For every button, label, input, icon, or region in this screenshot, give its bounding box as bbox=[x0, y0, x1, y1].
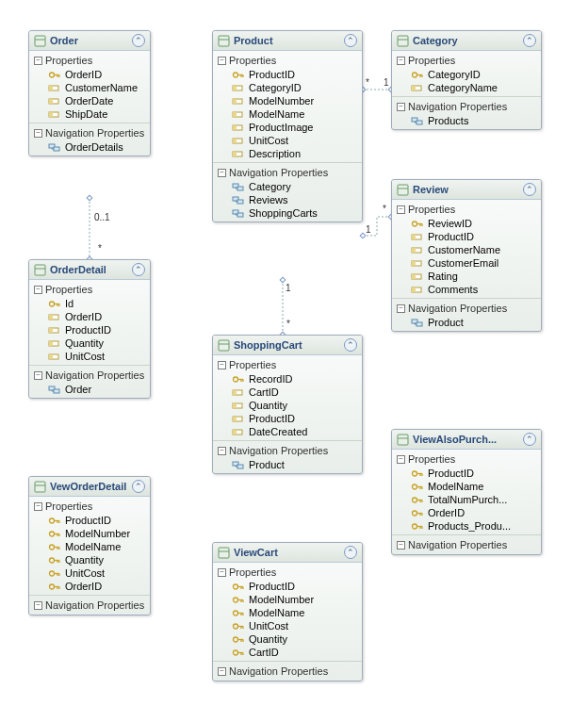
toggle-icon[interactable]: − bbox=[397, 541, 405, 550]
toggle-icon[interactable]: − bbox=[34, 371, 42, 380]
collapse-icon[interactable]: ⌃ bbox=[132, 480, 145, 493]
collapse-icon[interactable]: ⌃ bbox=[132, 263, 145, 276]
key-icon bbox=[232, 647, 245, 658]
toggle-icon[interactable]: − bbox=[218, 447, 226, 455]
toggle-icon[interactable]: − bbox=[397, 205, 405, 214]
nav-row[interactable]: Reviews bbox=[213, 193, 362, 206]
entity-order[interactable]: Order⌃−PropertiesOrderIDCustomerNameOrde… bbox=[28, 30, 151, 156]
property-row[interactable]: CartID bbox=[213, 386, 362, 399]
property-row[interactable]: Id bbox=[29, 297, 150, 310]
svg-rect-91 bbox=[219, 340, 229, 351]
toggle-icon[interactable]: − bbox=[34, 57, 42, 65]
entity-review[interactable]: Review⌃−PropertiesReviewIDProductIDCusto… bbox=[391, 179, 542, 332]
property-row[interactable]: Quantity bbox=[213, 399, 362, 412]
property-row[interactable]: CategoryID bbox=[213, 81, 362, 94]
property-row[interactable]: ProductID bbox=[213, 580, 362, 593]
property-name: ProductID bbox=[249, 581, 295, 592]
collapse-icon[interactable]: ⌃ bbox=[132, 34, 145, 47]
entity-viewcart[interactable]: ViewCart⌃−PropertiesProductIDModelNumber… bbox=[212, 542, 363, 681]
collapse-icon[interactable]: ⌃ bbox=[344, 338, 357, 352]
toggle-icon[interactable]: − bbox=[34, 601, 42, 610]
property-row[interactable]: ModelNumber bbox=[213, 593, 362, 606]
nav-row[interactable]: Order bbox=[29, 383, 150, 396]
toggle-icon[interactable]: − bbox=[397, 455, 405, 464]
toggle-icon[interactable]: − bbox=[397, 304, 405, 313]
nav-row[interactable]: Category bbox=[213, 180, 362, 193]
nav-row[interactable]: Product bbox=[213, 458, 362, 471]
property-row[interactable]: ProductID bbox=[213, 68, 362, 81]
property-row[interactable]: UnitCost bbox=[29, 566, 150, 580]
property-row[interactable]: DateCreated bbox=[213, 425, 362, 438]
property-row[interactable]: CustomerEmail bbox=[392, 256, 541, 270]
property-row[interactable]: OrderID bbox=[392, 506, 541, 519]
property-row[interactable]: ProductID bbox=[213, 412, 362, 425]
property-row[interactable]: ModelName bbox=[213, 107, 362, 121]
property-row[interactable]: Quantity bbox=[29, 336, 150, 350]
nav-row[interactable]: Product bbox=[392, 316, 541, 329]
property-row[interactable]: UnitCost bbox=[213, 619, 362, 632]
svg-point-185 bbox=[413, 524, 417, 529]
property-row[interactable]: ModelName bbox=[213, 606, 362, 619]
toggle-icon[interactable]: − bbox=[218, 568, 226, 577]
property-row[interactable]: ModelNumber bbox=[29, 527, 150, 540]
collapse-icon[interactable]: ⌃ bbox=[523, 433, 536, 446]
property-row[interactable]: Comments bbox=[392, 283, 541, 296]
property-row[interactable]: UnitCost bbox=[213, 134, 362, 147]
property-row[interactable]: ModelName bbox=[392, 480, 541, 493]
property-row[interactable]: CategoryName bbox=[392, 81, 541, 94]
property-row[interactable]: CustomerName bbox=[29, 81, 150, 94]
collapse-icon[interactable]: ⌃ bbox=[344, 34, 357, 47]
property-row[interactable]: ProductID bbox=[392, 467, 541, 480]
collapse-icon[interactable]: ⌃ bbox=[523, 34, 536, 47]
scalar-icon bbox=[48, 324, 61, 336]
property-row[interactable]: Rating bbox=[392, 270, 541, 283]
property-row[interactable]: CartID bbox=[213, 646, 362, 659]
property-row[interactable]: ProductID bbox=[29, 323, 150, 336]
property-row[interactable]: ReviewID bbox=[392, 217, 541, 230]
collapse-icon[interactable]: ⌃ bbox=[344, 546, 357, 559]
nav-row[interactable]: ShoppingCarts bbox=[213, 206, 362, 220]
property-row[interactable]: ProductImage bbox=[213, 121, 362, 134]
key-icon bbox=[48, 554, 61, 566]
property-row[interactable]: ProductID bbox=[29, 514, 150, 527]
toggle-icon[interactable]: − bbox=[34, 502, 42, 511]
entity-viewalsopurch[interactable]: ViewAlsoPurch...⌃−PropertiesProductIDMod… bbox=[391, 429, 542, 555]
entity-product[interactable]: Product⌃−PropertiesProductIDCategoryIDMo… bbox=[212, 30, 363, 222]
toggle-icon[interactable]: − bbox=[34, 129, 42, 138]
property-row[interactable]: OrderID bbox=[29, 310, 150, 323]
entity-shoppingcart[interactable]: ShoppingCart⌃−PropertiesRecordIDCartIDQu… bbox=[212, 335, 363, 474]
toggle-icon[interactable]: − bbox=[218, 361, 226, 369]
svg-rect-68 bbox=[233, 86, 237, 90]
entity-category[interactable]: Category⌃−PropertiesCategoryIDCategoryNa… bbox=[391, 30, 542, 130]
property-row[interactable]: ShipDate bbox=[29, 107, 150, 121]
toggle-icon[interactable]: − bbox=[218, 169, 226, 177]
toggle-icon[interactable]: − bbox=[218, 57, 226, 65]
toggle-icon[interactable]: − bbox=[397, 103, 405, 111]
property-row[interactable]: OrderID bbox=[29, 68, 150, 81]
section-label: Navigation Properties bbox=[229, 665, 328, 677]
property-row[interactable]: CategoryID bbox=[392, 68, 541, 81]
property-row[interactable]: ProductID bbox=[392, 230, 541, 243]
nav-row[interactable]: Products bbox=[392, 114, 541, 127]
toggle-icon[interactable]: − bbox=[397, 57, 405, 65]
toggle-icon[interactable]: − bbox=[34, 286, 42, 294]
entity-veworderdetail[interactable]: VewOrderDetail⌃−PropertiesProductIDModel… bbox=[28, 476, 151, 615]
collapse-icon[interactable]: ⌃ bbox=[523, 183, 536, 196]
property-row[interactable]: UnitCost bbox=[29, 350, 150, 363]
property-row[interactable]: Products_Produ... bbox=[392, 519, 541, 533]
nav-row[interactable]: OrderDetails bbox=[29, 140, 150, 154]
property-row[interactable]: TotalNumPurch... bbox=[392, 493, 541, 506]
property-row[interactable]: OrderDate bbox=[29, 94, 150, 107]
entity-orderdetail[interactable]: OrderDetail⌃−PropertiesIdOrderIDProductI… bbox=[28, 259, 151, 399]
property-row[interactable]: RecordID bbox=[213, 372, 362, 386]
property-row[interactable]: Quantity bbox=[29, 553, 150, 566]
nav-icon bbox=[232, 181, 245, 192]
property-row[interactable]: OrderID bbox=[29, 580, 150, 593]
property-row[interactable]: ModelNumber bbox=[213, 94, 362, 107]
scalar-icon bbox=[232, 108, 245, 120]
property-row[interactable]: ModelName bbox=[29, 540, 150, 553]
property-row[interactable]: Description bbox=[213, 147, 362, 160]
toggle-icon[interactable]: − bbox=[218, 667, 226, 676]
property-row[interactable]: Quantity bbox=[213, 632, 362, 646]
property-row[interactable]: CustomerName bbox=[392, 243, 541, 256]
